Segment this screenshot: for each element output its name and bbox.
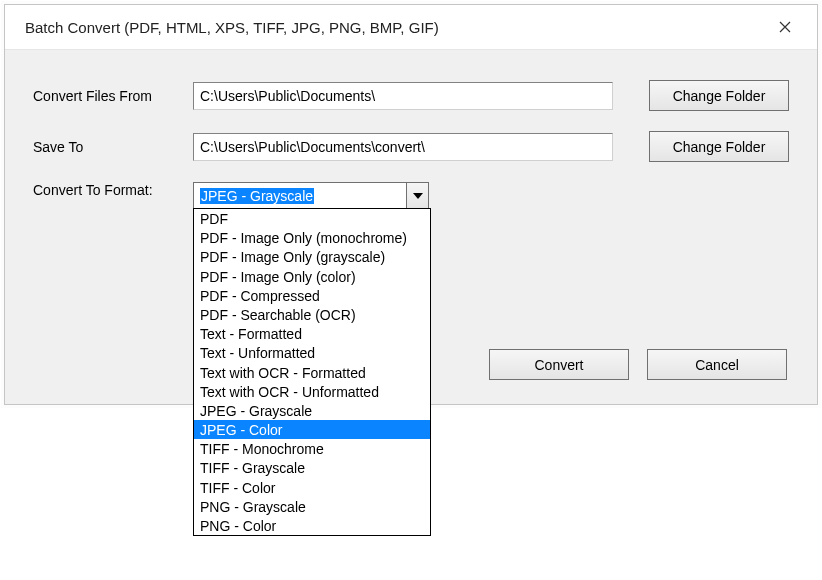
format-option[interactable]: Text - Formatted bbox=[194, 324, 430, 343]
format-option[interactable]: PDF - Image Only (monochrome) bbox=[194, 228, 430, 247]
cancel-button[interactable]: Cancel bbox=[647, 349, 787, 380]
format-option[interactable]: PNG - Grayscale bbox=[194, 497, 430, 516]
format-option[interactable]: PDF - Compressed bbox=[194, 286, 430, 305]
close-button[interactable] bbox=[767, 13, 803, 41]
row-to: Save To Change Folder bbox=[33, 131, 789, 162]
format-option[interactable]: PDF - Searchable (OCR) bbox=[194, 305, 430, 324]
format-option[interactable]: TIFF - Grayscale bbox=[194, 458, 430, 477]
format-option[interactable]: JPEG - Color bbox=[194, 420, 430, 439]
label-to: Save To bbox=[33, 139, 193, 155]
titlebar: Batch Convert (PDF, HTML, XPS, TIFF, JPG… bbox=[5, 5, 817, 49]
input-to-path[interactable] bbox=[193, 133, 613, 161]
close-icon bbox=[779, 21, 791, 33]
row-format: Convert To Format: JPEG - Grayscale PDFP… bbox=[33, 182, 789, 209]
format-option[interactable]: Text - Unformatted bbox=[194, 343, 430, 362]
format-dropdown[interactable]: PDFPDF - Image Only (monochrome)PDF - Im… bbox=[193, 208, 431, 536]
input-from-path[interactable] bbox=[193, 82, 613, 110]
label-format: Convert To Format: bbox=[33, 182, 193, 198]
format-option[interactable]: Text with OCR - Formatted bbox=[194, 363, 430, 382]
change-folder-to-button[interactable]: Change Folder bbox=[649, 131, 789, 162]
dialog-window: Batch Convert (PDF, HTML, XPS, TIFF, JPG… bbox=[4, 4, 818, 405]
format-option[interactable]: TIFF - Color bbox=[194, 478, 430, 497]
format-option[interactable]: PNG - Color bbox=[194, 516, 430, 535]
dialog-title: Batch Convert (PDF, HTML, XPS, TIFF, JPG… bbox=[25, 19, 439, 36]
label-from: Convert Files From bbox=[33, 88, 193, 104]
format-option[interactable]: TIFF - Monochrome bbox=[194, 439, 430, 458]
format-selected-text: JPEG - Grayscale bbox=[200, 188, 314, 204]
format-option[interactable]: PDF bbox=[194, 209, 430, 228]
convert-button[interactable]: Convert bbox=[489, 349, 629, 380]
format-selected: JPEG - Grayscale bbox=[194, 183, 406, 208]
format-option[interactable]: Text with OCR - Unformatted bbox=[194, 382, 430, 401]
change-folder-from-button[interactable]: Change Folder bbox=[649, 80, 789, 111]
format-option[interactable]: JPEG - Grayscale bbox=[194, 401, 430, 420]
dialog-content: Convert Files From Change Folder Save To… bbox=[5, 49, 817, 404]
format-option[interactable]: PDF - Image Only (color) bbox=[194, 267, 430, 286]
row-from: Convert Files From Change Folder bbox=[33, 80, 789, 111]
format-combobox[interactable]: JPEG - Grayscale bbox=[193, 182, 429, 209]
format-combo-wrap: JPEG - Grayscale PDFPDF - Image Only (mo… bbox=[193, 182, 429, 209]
format-option[interactable]: PDF - Image Only (grayscale) bbox=[194, 247, 430, 266]
chevron-down-icon[interactable] bbox=[406, 183, 428, 208]
